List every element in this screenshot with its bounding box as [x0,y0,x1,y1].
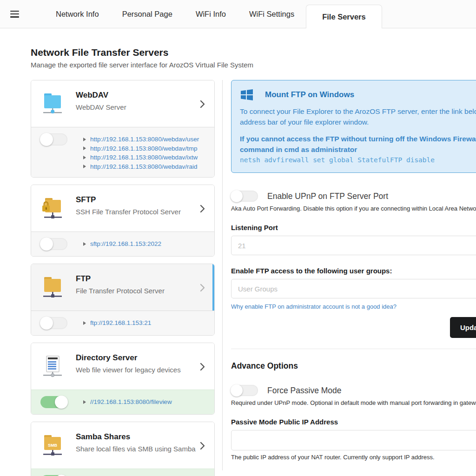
update-button[interactable]: Update [450,317,476,338]
upnp-toggle-label: Enable UPnP on FTP Server Port [267,192,388,201]
admin-ftp-warning-link[interactable]: Why enable FTP on administrator account … [231,303,397,310]
tab-wifi-settings[interactable]: WiFi Settings [238,0,306,28]
listening-port-input[interactable] [231,236,476,255]
server-card-webdav[interactable]: WebDAV WebDAV Server http://192.168.1.15… [31,80,215,178]
server-description: File Transfer Protocol Server [76,287,165,295]
tab-personal-page[interactable]: Personal Page [111,0,184,28]
server-link[interactable]: ftp://192.168.1.153:21 [90,318,151,328]
server-description: Share local files via SMB using Samba [76,445,196,453]
directory-list-icon [40,352,65,379]
info-text-line: command in cmd as administrator [240,144,476,155]
chevron-right-icon [200,363,205,371]
chevron-right-icon [200,442,205,450]
webdav-folder-icon [40,90,65,117]
tab-file-servers[interactable]: File Servers [306,5,382,28]
windows-logo-icon [240,88,254,102]
chevron-right-icon [200,100,205,108]
chevron-right-icon [200,205,205,213]
server-description: SSH File Transfer Protocol Server [76,208,181,216]
info-text-line: If you cannot access the FTP without tur… [240,133,476,144]
sftp-locked-folder-icon [40,194,65,221]
caret-icon [83,156,86,159]
info-box-title: Mount FTP on Windows [265,90,354,99]
caret-icon [83,242,86,246]
nav-tabs: Network Info Personal Page WiFi Info WiF… [44,0,382,28]
advance-options-heading: Advance Options [231,361,476,371]
user-groups-label: Enable FTP access to the following user … [231,267,476,275]
directory-enable-toggle[interactable] [40,396,67,408]
ftp-settings-panel: Mount FTP on Windows To connect your Fil… [222,80,476,470]
hamburger-menu-icon[interactable] [10,11,19,18]
caret-icon [83,146,86,150]
page-title: Network File Transfer Servers [31,47,476,58]
server-card-directory[interactable]: Directory Server Web file viewer for leg… [31,343,215,415]
server-name: FTP [76,274,165,284]
webdav-enable-toggle[interactable] [40,133,67,145]
server-link[interactable]: http://192.168.1.153:8080/webdav/raid [90,162,197,172]
chevron-right-icon [200,284,205,292]
server-description: WebDAV Server [76,103,126,111]
force-passive-label: Force Passive Mode [267,386,342,396]
server-link[interactable]: http://192.168.1.153:8080/webdav/ixtw [90,153,198,162]
force-passive-helper-text: Required under UPnP mode. Optional in de… [231,399,476,406]
mount-ftp-info-box: Mount FTP on Windows To connect your Fil… [231,80,476,173]
public-ip-input[interactable] [231,430,476,450]
svg-text:SMB: SMB [48,443,58,448]
public-ip-helper-text: The public IP address of your NAT router… [231,454,476,461]
public-ip-label: Passive Mode Public IP Address [231,418,476,426]
server-name: Samba Shares [76,432,196,442]
ftp-enable-toggle[interactable] [40,317,67,329]
server-card-sftp[interactable]: SFTP SSH File Transfer Protocol Server s… [31,185,215,257]
ftp-folder-icon [40,273,65,300]
listening-port-label: Listening Port [231,224,476,231]
caret-icon [83,138,86,141]
sftp-enable-toggle[interactable] [40,238,67,250]
caret-icon [83,400,86,404]
server-link[interactable]: http://192.168.1.153:8080/webdav/tmp [90,144,197,153]
force-passive-toggle[interactable] [231,385,258,396]
server-list: WebDAV WebDAV Server http://192.168.1.15… [31,80,215,476]
top-nav-bar: Network Info Personal Page WiFi Info WiF… [0,0,476,28]
upnp-toggle[interactable] [231,191,258,202]
tab-network-info[interactable]: Network Info [44,0,111,28]
server-link[interactable]: //192.168.1.153:8080/fileview [90,397,172,407]
smb-folder-icon: SMB [40,431,65,458]
caret-icon [83,321,86,325]
server-name: Directory Server [76,353,181,363]
tab-wifi-info[interactable]: WiFi Info [184,0,238,28]
user-groups-input[interactable] [231,279,476,298]
server-name: SFTP [76,195,181,205]
server-card-ftp[interactable]: FTP File Transfer Protocol Server ftp://… [31,264,215,336]
server-description: Web file viewer for legacy devices [76,366,181,374]
caret-icon [83,165,86,168]
server-link[interactable]: http://192.168.1.153:8080/webdav/user [90,135,199,144]
server-link[interactable]: sftp://192.168.1.153:2022 [90,239,161,249]
info-text-line: To connect your File Explorer to the Aro… [240,106,476,117]
info-text-line: address bar of your file explorer window… [240,117,476,127]
section-divider [231,349,476,349]
firewall-command-text: netsh advfirewall set global StatefulFTP… [240,155,476,165]
page-subtitle: Manage the exported file server interfac… [31,61,476,69]
upnp-helper-text: Aka Auto Port Forwarding. Disable this o… [231,205,476,212]
server-name: WebDAV [76,91,126,100]
server-card-samba[interactable]: SMB Samba Shares Share local files via S… [31,422,215,476]
